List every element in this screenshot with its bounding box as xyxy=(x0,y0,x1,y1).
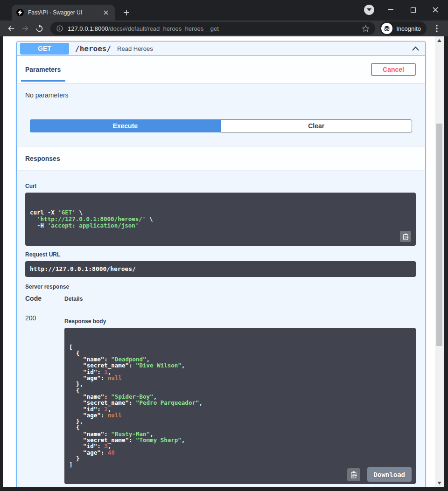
execute-wrapper: Execute Clear xyxy=(17,115,425,146)
responses-body: Curl curl -X 'GET' \ 'http://127.0.0.1:8… xyxy=(17,170,425,487)
operation-summary[interactable]: GET /heroes/ Read Heroes xyxy=(17,41,425,56)
scroll-up-icon[interactable] xyxy=(435,37,444,44)
request-url-label: Request URL xyxy=(25,251,416,258)
details-column-header: Details xyxy=(64,296,83,302)
vertical-scrollbar[interactable] xyxy=(435,36,444,487)
fastapi-favicon-icon xyxy=(16,9,24,16)
browser-toolbar: 127.0.0.1:8000/docs#/default/read_heroes… xyxy=(0,21,448,36)
window-controls xyxy=(364,4,441,16)
server-response-label: Server response xyxy=(25,284,416,290)
browser-window: FastAPI - Swagger UI xyxy=(0,0,448,491)
window-titlebar: FastAPI - Swagger UI xyxy=(0,0,448,21)
endpoint-path: /heroes/ xyxy=(75,44,111,53)
bookmark-star-icon[interactable] xyxy=(362,25,370,33)
responses-header: Responses xyxy=(17,146,425,170)
copy-curl-button[interactable] xyxy=(400,231,411,242)
scrollbar-thumb[interactable] xyxy=(436,124,442,346)
url-text: 127.0.0.1:8000/docs#/default/read_heroes… xyxy=(68,25,357,32)
minimize-button[interactable] xyxy=(385,4,397,16)
url-path: /docs#/default/read_heroes_heroes__get xyxy=(108,25,219,32)
close-button[interactable] xyxy=(429,4,441,16)
no-parameters-message: No parameters xyxy=(17,83,425,115)
url-host: 127.0.0.1:8000 xyxy=(68,25,108,32)
endpoint-summary: Read Heroes xyxy=(117,45,412,52)
incognito-badge: Incognito xyxy=(380,21,427,35)
incognito-label: Incognito xyxy=(396,25,421,32)
tab-close-icon[interactable] xyxy=(102,8,110,17)
status-code: 200 xyxy=(25,314,64,487)
url-input[interactable]: 127.0.0.1:8000/docs#/default/read_heroes… xyxy=(50,22,375,35)
maximize-button[interactable] xyxy=(407,4,419,16)
collapse-chevron-icon[interactable] xyxy=(412,46,420,51)
curl-code: curl -X 'GET' \ 'http://127.0.0.1:8000/h… xyxy=(25,193,416,246)
response-row-200: 200 Response body [ { "name": "Deadpond"… xyxy=(25,308,416,487)
forward-icon[interactable] xyxy=(19,22,32,35)
window-frame-right xyxy=(444,36,448,487)
copy-response-button[interactable] xyxy=(347,468,360,481)
reload-icon[interactable] xyxy=(33,22,46,35)
clear-button[interactable]: Clear xyxy=(221,119,413,132)
scroll-down-icon[interactable] xyxy=(435,480,444,486)
parameters-header: Parameters Cancel xyxy=(17,56,425,83)
responses-title: Responses xyxy=(25,155,60,162)
window-frame-left xyxy=(0,36,3,487)
response-body-label: Response body xyxy=(64,318,416,325)
request-url-value: http://127.0.0.1:8000/heroes/ xyxy=(25,261,416,277)
swagger-page: GET /heroes/ Read Heroes Parameters Canc… xyxy=(3,36,435,487)
window-frame-bottom xyxy=(0,487,448,491)
response-body-actions: Download xyxy=(347,467,412,482)
cancel-button[interactable]: Cancel xyxy=(371,63,416,76)
tab-parameters[interactable]: Parameters xyxy=(25,66,61,73)
curl-label: Curl xyxy=(25,183,416,189)
new-tab-button[interactable] xyxy=(120,7,133,19)
response-body-code: [ { "name": "Deadpond", "secret_name": "… xyxy=(64,328,416,484)
operation-block-get-heroes: GET /heroes/ Read Heroes Parameters Canc… xyxy=(16,41,426,487)
incognito-icon xyxy=(381,23,392,34)
back-icon[interactable] xyxy=(5,22,18,35)
download-button[interactable]: Download xyxy=(367,467,412,482)
response-table-header: Code Details xyxy=(25,295,416,308)
method-badge: GET xyxy=(20,43,69,55)
page-info-icon[interactable] xyxy=(56,25,63,32)
menu-icon[interactable] xyxy=(430,22,443,35)
server-response-table: Code Details 200 Response body [ { "name… xyxy=(25,295,416,487)
browser-tab[interactable]: FastAPI - Swagger UI xyxy=(12,5,115,21)
code-column-header: Code xyxy=(25,295,64,302)
tab-title: FastAPI - Swagger UI xyxy=(28,9,98,16)
execute-button[interactable]: Execute xyxy=(30,119,221,132)
tab-search-button[interactable] xyxy=(364,5,374,15)
